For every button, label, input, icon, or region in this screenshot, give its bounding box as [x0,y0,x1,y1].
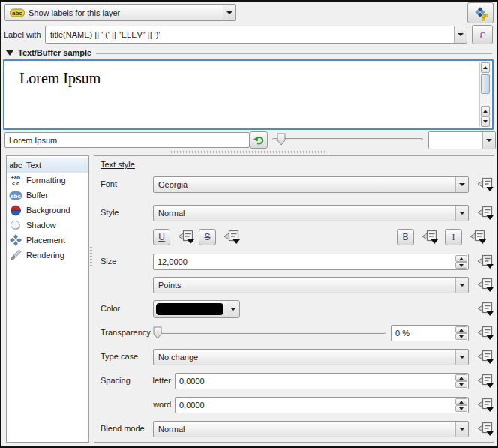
label-preview-area: Lorem Ipsum [3,59,494,130]
data-defined-override-icon [476,302,494,317]
data-defined-override-icon [469,230,487,245]
spin-down-icon [459,264,464,267]
sample-section-title: Text/Buffer sample [18,48,92,57]
label-with-label: Label with [4,30,41,39]
sidebar-item-label: Background [26,206,70,215]
bold-button[interactable]: B [397,229,414,245]
scroll-down-button[interactable] [481,116,490,127]
data-defined-override-icon [476,398,494,413]
dropdown-arrow [455,177,468,192]
blend-mode-data-defined-button[interactable] [476,421,495,437]
spin-up-button[interactable] [455,255,467,262]
color-data-defined-button[interactable] [476,301,495,317]
blend-mode-combobox[interactable]: Normal [153,421,469,437]
type-case-combobox[interactable]: No change [153,349,469,365]
strikeout-data-defined-button[interactable] [222,229,242,245]
scrollbar-thumb[interactable] [481,74,490,94]
scroll-up-button-2[interactable] [481,106,490,116]
underline-data-defined-button[interactable] [176,229,196,245]
spin-up-button[interactable] [455,374,467,381]
reset-sample-button[interactable] [250,131,268,149]
size-spinbox[interactable] [153,254,469,270]
transparency-input[interactable] [392,326,453,341]
font-combobox[interactable]: Georgia [153,176,469,193]
transparency-slider[interactable] [153,325,387,341]
slider-handle[interactable] [153,326,162,341]
word-spacing-spinbox[interactable] [175,397,469,413]
color-swatch [156,303,224,315]
bold-data-defined-button[interactable] [420,229,440,245]
show-labels-dropdown[interactable]: abc Show labels for this layer [4,4,236,21]
text-style-panel: Text style Font Georgia Style Normal U [94,155,494,443]
size-data-defined-button[interactable] [476,254,495,270]
sidebar-item-formatting[interactable]: +ab < c Formatting [7,173,88,188]
font-value: Georgia [154,177,455,192]
svg-text:abc: abc [12,10,22,17]
data-defined-override-icon [421,230,439,245]
svg-text:+ab: +ab [11,175,20,180]
label-expression-combobox[interactable]: title(NAME) || ' (' || "ELEV" || ')' [45,26,467,44]
style-value: Normal [154,206,455,221]
horizontal-splitter-handle[interactable] [171,151,325,153]
transparency-spinbox[interactable] [391,325,469,341]
letter-spacing-data-defined-button[interactable] [476,373,495,389]
spin-down-button[interactable] [455,262,467,269]
data-defined-override-icon [223,230,241,245]
collapse-arrow-icon[interactable] [6,50,14,56]
strikeout-button[interactable]: S [199,229,216,245]
spin-up-button[interactable] [455,326,467,333]
dropdown-arrow [455,278,468,293]
blend-mode-value: Normal [154,422,455,437]
sidebar-item-rendering[interactable]: Rendering [7,248,88,263]
data-defined-override-icon [476,350,494,365]
preview-scrollbar[interactable] [479,62,490,127]
spin-down-button[interactable] [455,381,467,388]
sidebar-item-label: Shadow [26,221,56,230]
spin-down-button[interactable] [455,333,467,340]
style-combobox[interactable]: Normal [153,205,469,221]
size-input[interactable] [154,254,453,269]
vertical-splitter-handle[interactable] [90,247,92,268]
italic-data-defined-button[interactable] [468,229,488,245]
letter-spacing-spinbox[interactable] [175,373,469,389]
sidebar-item-label: Buffer [26,191,48,200]
color-button[interactable] [153,300,240,318]
underline-button[interactable]: U [153,229,170,245]
sidebar-item-buffer[interactable]: abc Buffer [7,188,88,203]
italic-button[interactable]: I [445,229,462,245]
sidebar-item-label: Formatting [26,176,66,185]
word-spacing-data-defined-button[interactable] [476,397,495,413]
word-spacing-input[interactable] [176,398,453,413]
style-data-defined-button[interactable] [476,205,495,221]
label-settings-dialog: abc Show labels for this layer Label wit… [0,0,498,448]
slider-handle[interactable] [277,133,286,147]
preview-scale-combobox[interactable] [428,131,496,149]
spin-up-button[interactable] [455,398,467,405]
sidebar-item-shadow[interactable]: Shadow [7,218,88,233]
font-data-defined-button[interactable] [476,176,495,193]
strikeout-glyph: S [204,232,210,242]
expression-builder-button[interactable]: ε [472,25,493,44]
type-case-value: No change [154,350,455,365]
automated-placement-settings-button[interactable] [467,2,494,23]
spin-up-icon [459,401,464,404]
text-abc-icon: abc [9,159,22,171]
sidebar-item-background[interactable]: Background [7,203,88,218]
buffer-icon: abc [9,189,22,201]
size-unit-data-defined-button[interactable] [476,277,495,293]
letter-spacing-input[interactable] [176,374,453,389]
size-unit-combobox[interactable]: Points [153,277,469,293]
transparency-label: Transparency [100,328,151,337]
underline-glyph: U [158,232,165,242]
sample-text-input[interactable] [4,132,250,148]
sidebar-item-text[interactable]: abc Text [7,158,88,173]
sidebar-item-placement[interactable]: Placement [7,233,88,248]
font-size-preview-slider[interactable] [271,131,424,148]
type-case-data-defined-button[interactable] [476,349,495,365]
svg-text:abc: abc [9,161,22,170]
color-dropdown-arrow[interactable] [226,301,239,317]
spin-down-button[interactable] [455,405,467,412]
scroll-up-button[interactable] [481,62,490,73]
size-label: Size [100,257,116,266]
transparency-data-defined-button[interactable] [476,325,495,341]
